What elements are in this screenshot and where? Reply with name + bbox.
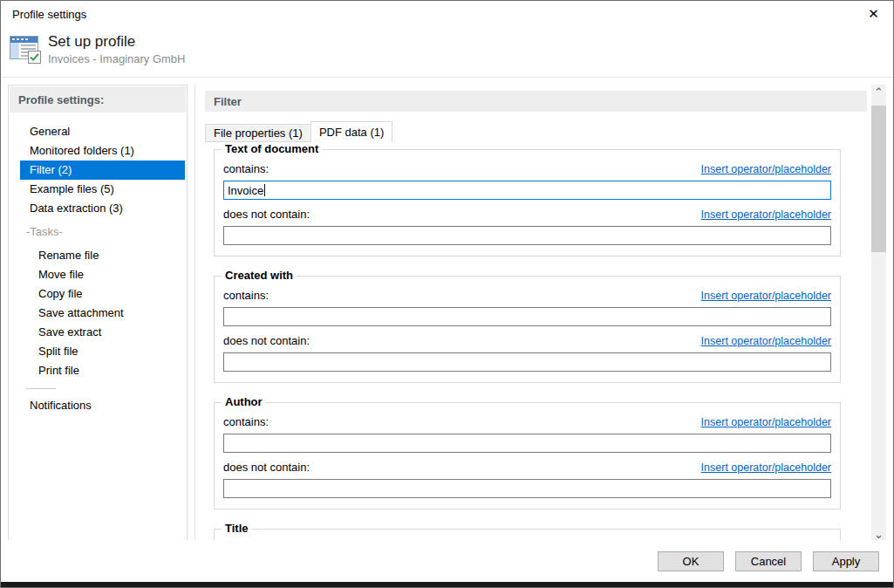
close-icon[interactable]: ✕ xyxy=(854,1,893,27)
dialog-header: Set up profile Invoices - Imaginary GmbH xyxy=(1,27,893,78)
insert-operator-link[interactable]: Insert operator/placeholder xyxy=(701,335,831,347)
scroll-viewport: Filter File properties (1)PDF data (1) T… xyxy=(195,85,873,542)
text-caret xyxy=(264,184,265,196)
field-label: contains: xyxy=(223,415,269,428)
page-subtitle: Invoices - Imaginary GmbH xyxy=(48,52,186,65)
text-input[interactable] xyxy=(223,479,831,498)
dialog-body: Profile settings: GeneralMonitored folde… xyxy=(1,78,893,542)
green-check-icon xyxy=(28,51,41,64)
sidebar-item-monitored-folders-1[interactable]: Monitored folders (1) xyxy=(20,141,185,161)
sidebar-item-move-file[interactable]: Move file xyxy=(20,265,185,284)
field-label: does not contain: xyxy=(223,461,310,474)
sidebar-item-copy-file[interactable]: Copy file xyxy=(20,284,185,304)
cancel-button[interactable]: Cancel xyxy=(735,551,802,571)
sidebar-item-general[interactable]: General xyxy=(20,122,185,141)
tab-file-properties-1[interactable]: File properties (1) xyxy=(205,124,311,142)
sidebar-item-save-extract[interactable]: Save extract xyxy=(20,323,185,342)
filter-field: does not contain: Insert operator/placeh… xyxy=(223,208,831,245)
tab-strip: File properties (1)PDF data (1) xyxy=(205,121,873,142)
sidebar: Profile settings: GeneralMonitored folde… xyxy=(8,85,188,542)
sidebar-list: GeneralMonitored folders (1)Filter (2)Ex… xyxy=(9,122,187,415)
sidebar-item-rename-file[interactable]: Rename file xyxy=(20,246,185,265)
group-text-of-document: Text of document contains: Insert operat… xyxy=(214,149,841,256)
group-title: Author xyxy=(222,395,266,408)
content-header: Filter xyxy=(205,91,867,112)
sidebar-item-print-file[interactable]: Print file xyxy=(20,361,185,380)
title-bar: Profile settings ✕ xyxy=(1,1,893,27)
vertical-scrollbar[interactable]: ⌃ ⌄ xyxy=(871,85,886,542)
field-label: does not contain: xyxy=(223,208,310,221)
page-title: Set up profile xyxy=(48,33,186,51)
field-label: contains: xyxy=(223,162,269,175)
group-title: Title xyxy=(222,522,252,535)
apply-button[interactable]: Apply xyxy=(813,551,879,571)
ok-button[interactable]: OK xyxy=(658,551,724,571)
field-label: contains: xyxy=(223,289,269,302)
scroll-up-icon[interactable]: ⌃ xyxy=(871,85,886,99)
filter-field: contains: Insert operator/placeholder In… xyxy=(223,162,831,200)
filter-field: contains: Insert operator/placeholder xyxy=(223,289,831,326)
text-input[interactable] xyxy=(223,226,831,245)
group-title: Text of document xyxy=(222,142,322,155)
group-author: Author contains: Insert operator/placeho… xyxy=(214,402,841,509)
filter-groups: Text of document contains: Insert operat… xyxy=(195,149,873,542)
window-title: Profile settings xyxy=(12,8,86,21)
insert-operator-link[interactable]: Insert operator/placeholder xyxy=(701,462,831,474)
text-input[interactable] xyxy=(223,352,831,372)
tab-pdf-data-1[interactable]: PDF data (1) xyxy=(311,121,392,142)
insert-operator-link[interactable]: Insert operator/placeholder xyxy=(701,163,831,175)
field-label: does not contain: xyxy=(223,334,310,347)
sidebar-item-example-files-5[interactable]: Example files (5) xyxy=(20,180,185,199)
sidebar-item-data-extraction-3[interactable]: Data extraction (3) xyxy=(20,199,185,218)
profile-window-checked-icon xyxy=(10,36,41,64)
sidebar-item-notifications[interactable]: Notifications xyxy=(20,396,185,415)
profile-settings-dialog: Profile settings ✕ Set up profile Invoic… xyxy=(0,0,894,588)
main-content: Filter File properties (1)PDF data (1) T… xyxy=(194,85,886,542)
filter-field: does not contain: Insert operator/placeh… xyxy=(223,334,831,372)
scrollbar-thumb[interactable] xyxy=(871,106,886,252)
sidebar-header: Profile settings: xyxy=(10,86,186,113)
text-input[interactable] xyxy=(223,307,831,326)
group-created-with: Created with contains: Insert operator/p… xyxy=(214,276,841,383)
insert-operator-link[interactable]: Insert operator/placeholder xyxy=(701,290,831,302)
sidebar-item-tasks: -Tasks- xyxy=(20,222,185,242)
sidebar-divider xyxy=(26,388,56,389)
filter-field: does not contain: Insert operator/placeh… xyxy=(223,461,831,498)
filter-field: contains: Insert operator/placeholder xyxy=(223,415,831,453)
sidebar-item-split-file[interactable]: Split file xyxy=(20,342,185,361)
text-input[interactable] xyxy=(223,434,831,453)
bottom-edge-strip xyxy=(1,582,893,587)
insert-operator-link[interactable]: Insert operator/placeholder xyxy=(701,209,831,221)
insert-operator-link[interactable]: Insert operator/placeholder xyxy=(701,416,831,428)
sidebar-item-save-attachment[interactable]: Save attachment xyxy=(20,304,185,323)
group-title: Created with xyxy=(222,269,297,282)
sidebar-item-filter-2[interactable]: Filter (2) xyxy=(20,161,185,180)
text-input[interactable]: Invoice xyxy=(223,181,831,200)
dialog-footer: OK Cancel Apply xyxy=(1,540,893,582)
